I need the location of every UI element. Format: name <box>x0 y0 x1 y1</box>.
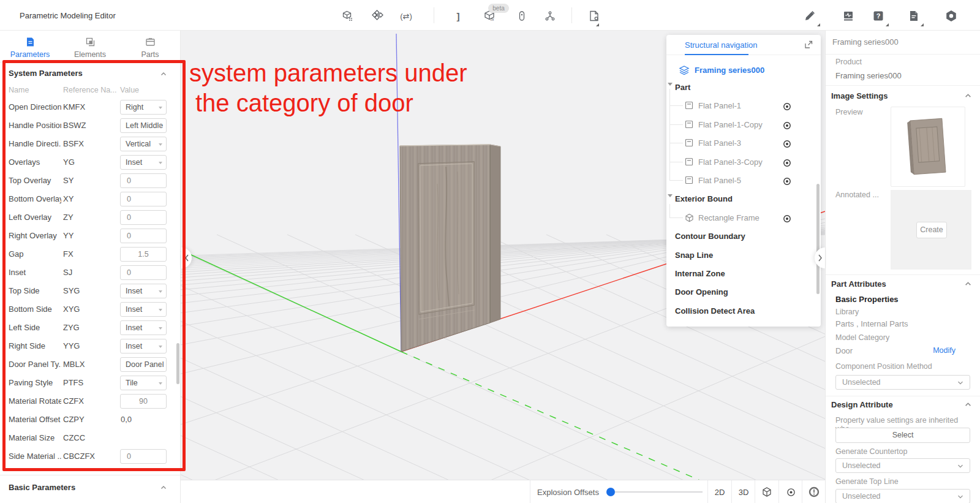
tree-row[interactable]: Collision Detect Area <box>666 304 821 319</box>
explosion-slider-track[interactable] <box>611 491 703 493</box>
selected-object-title: Framing series000 <box>832 37 899 47</box>
tree-row[interactable]: Flat Panel-1 <box>666 99 821 113</box>
visibility-eye-icon[interactable] <box>779 480 802 503</box>
generate-top-line-select[interactable]: Unselected <box>835 489 970 503</box>
tree-group-label[interactable]: Snap Line <box>675 251 713 260</box>
component-cube-icon[interactable] <box>341 9 355 23</box>
view-3d-button[interactable]: 3D <box>732 480 755 503</box>
tree-row[interactable]: Framing series000 <box>666 63 821 78</box>
model-category-label: Model Category <box>835 333 889 342</box>
warning-icon[interactable] <box>802 480 826 503</box>
cube-view-icon[interactable] <box>755 480 778 503</box>
dropdown-caret <box>596 23 599 26</box>
tree-connector-line <box>669 217 683 218</box>
part-attributes-header[interactable]: Part Attributes <box>831 279 886 289</box>
collapse-chevron-icon[interactable] <box>160 485 167 491</box>
bracket-icon[interactable]: ] <box>451 9 466 23</box>
component-position-method-select[interactable]: Unselected <box>835 375 970 390</box>
annotation-rectangle <box>2 60 186 471</box>
document-icon[interactable] <box>907 9 921 23</box>
visibility-eye-icon[interactable] <box>782 139 792 151</box>
scrollbar-thumb[interactable] <box>816 184 820 294</box>
dropdown-caret <box>817 23 820 26</box>
tree-group-label[interactable]: Door Opening <box>675 287 728 297</box>
tree-item-label[interactable]: Flat Panel-5 <box>698 176 741 185</box>
settings-nut-icon[interactable] <box>944 9 959 23</box>
tree-caret-icon[interactable] <box>668 83 673 86</box>
tree-row[interactable]: Flat Panel-5 <box>666 173 821 188</box>
expand-panel-icon[interactable] <box>804 40 813 51</box>
tree-root-label[interactable]: Framing series000 <box>695 66 764 75</box>
tree-row[interactable]: Rectangle Frame <box>666 211 821 225</box>
top-toolbar: Parametric Modeling Editor (⇄) ] fx beta <box>0 0 980 31</box>
design-attribute-header[interactable]: Design Attribute <box>831 400 893 409</box>
help-icon[interactable]: ? <box>871 9 886 23</box>
image-settings-header[interactable]: Image Settings <box>831 91 888 100</box>
tree-connector-line <box>669 105 683 106</box>
beta-badge: beta <box>488 4 509 13</box>
tree-caret-icon[interactable] <box>668 194 673 197</box>
tree-row[interactable]: Contour Boundary <box>666 229 821 244</box>
viewport-toolbar: Explosion Offsets 2D 3D <box>181 480 825 503</box>
swap-icon[interactable]: (⇄) <box>399 9 413 23</box>
tree-row[interactable]: Flat Panel-3-Copy <box>666 155 821 170</box>
structural-navigation-panel: Structural navigation Framing series000P… <box>666 35 821 327</box>
tree-row[interactable]: Door Opening <box>666 285 821 300</box>
structural-navigation-tab[interactable]: Structural navigation <box>685 40 758 50</box>
box-icon <box>685 213 694 225</box>
tree-group-label[interactable]: Contour Boundary <box>675 232 745 241</box>
preview-thumbnail[interactable] <box>891 107 965 187</box>
explosion-slider-handle[interactable] <box>606 488 615 496</box>
collapse-chevron-icon[interactable] <box>965 281 971 287</box>
tree-group-label[interactable]: Exterior Bound <box>675 194 733 203</box>
flat-panel-icon <box>685 176 693 187</box>
tree-row[interactable]: Connector <box>666 322 821 327</box>
tab-parts[interactable]: Parts <box>120 36 180 62</box>
visibility-eye-icon[interactable] <box>782 102 792 114</box>
product-value: Framing series000 <box>835 71 902 80</box>
collapse-chevron-icon[interactable] <box>965 93 971 99</box>
tree-group-label[interactable]: Collision Detect Area <box>675 306 755 316</box>
tree-item-label[interactable]: Flat Panel-1 <box>698 101 741 110</box>
collapse-chevron-icon[interactable] <box>965 401 971 408</box>
pencil-icon[interactable] <box>802 9 817 23</box>
tree-row[interactable]: Flat Panel-3 <box>666 136 821 151</box>
tree-group-label[interactable]: Part <box>675 83 690 92</box>
tree-item-label[interactable]: Rectangle Frame <box>698 213 760 222</box>
visibility-eye-icon[interactable] <box>782 121 792 133</box>
library-value: Parts , Internal Parts <box>835 319 908 328</box>
tab-elements[interactable]: Elements <box>60 36 120 62</box>
view-2d-button[interactable]: 2D <box>708 480 731 503</box>
modify-link[interactable]: Modify <box>933 346 956 355</box>
document-settings-icon[interactable] <box>587 9 601 23</box>
tree-item-label[interactable]: Flat Panel-3 <box>698 138 741 148</box>
create-button[interactable]: Create <box>916 222 947 238</box>
tree-group-label[interactable]: Connector <box>675 325 715 327</box>
nav-panel-header: Structural navigation <box>666 35 821 55</box>
visibility-eye-icon[interactable] <box>782 158 792 170</box>
annotation-text: system parameters under the category of … <box>189 58 467 118</box>
visibility-eye-icon[interactable] <box>782 214 792 226</box>
generate-countertop-select[interactable]: Unselected <box>835 458 970 473</box>
tree-connector-line <box>669 89 670 180</box>
visibility-eye-icon[interactable] <box>782 176 792 189</box>
tab-parameters[interactable]: Parameters <box>0 36 60 62</box>
tree-row[interactable]: Exterior Bound <box>666 192 821 206</box>
tree-item-label[interactable]: Flat Panel-1-Copy <box>698 120 763 129</box>
tree-row[interactable]: Part <box>666 80 821 95</box>
pattern-icon[interactable] <box>371 9 385 23</box>
tree-row[interactable]: Snap Line <box>666 248 821 263</box>
basic-parameters-header[interactable]: Basic Parameters <box>9 483 75 492</box>
share-branch-icon[interactable] <box>543 9 557 23</box>
tree-group-label[interactable]: Internal Zone <box>675 269 725 278</box>
parts-icon <box>120 36 180 48</box>
svg-text:fx: fx <box>491 17 494 21</box>
parameters-icon <box>0 36 60 48</box>
select-button[interactable]: Select <box>835 428 970 443</box>
tree-row[interactable]: Internal Zone <box>666 267 821 281</box>
connector-pill-icon[interactable] <box>514 9 529 23</box>
explosion-offsets-label: Explosion Offsets <box>537 488 599 497</box>
monitor-pulse-icon[interactable] <box>841 9 856 23</box>
tree-item-label[interactable]: Flat Panel-3-Copy <box>698 157 763 167</box>
tree-row[interactable]: Flat Panel-1-Copy <box>666 118 821 132</box>
